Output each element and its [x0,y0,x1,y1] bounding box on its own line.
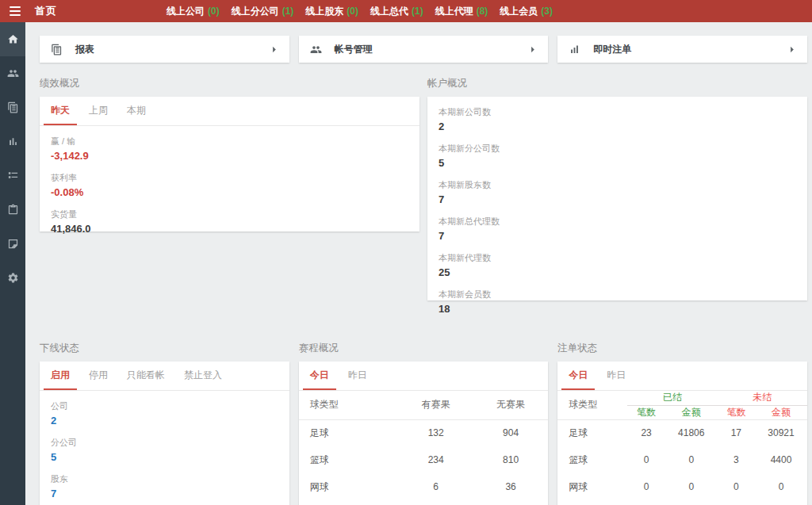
tab-view-only[interactable]: 只能看帐 [120,362,172,390]
shortcut-label: 即时注单 [593,43,631,56]
sidebar-item-forms[interactable] [0,159,25,193]
metric-new-members: 本期新会员数 18 [439,289,796,315]
schedule-overview-section: 赛程概况 今日 昨日 球类型 有赛果 无赛果 足球 132 [299,327,549,505]
overview-grid: 绩效概况 昨天 上周 本期 赢 / 输 -3,142.9 获利率 -0.08% [40,63,807,300]
performance-tabs: 昨天 上周 本期 [40,97,419,126]
sidebar-item-home[interactable] [0,22,25,56]
stat-online-company: 线上公司(0) [167,5,220,18]
table-row-tennis: 网球 0 0 0 0 [557,473,807,500]
section-title-accounts: 帐户概况 [427,77,807,90]
stat-online-shareholder: 线上股东(0) [305,5,358,18]
report-icon [51,44,63,55]
chevron-right-icon [270,45,278,54]
home-icon [7,33,19,45]
list-icon [7,170,19,182]
sidebar-item-accounts[interactable] [0,56,25,90]
section-title-performance: 绩效概况 [40,77,419,90]
schedule-overview-card: 今日 昨日 球类型 有赛果 无赛果 足球 132 904 [299,362,549,505]
sidebar-item-notes[interactable] [0,227,25,261]
schedule-tabs: 今日 昨日 [299,362,549,391]
tab-today[interactable]: 今日 [303,362,336,390]
tab-this-period[interactable]: 本期 [120,97,153,125]
chevron-right-icon [787,45,796,54]
table-row-basketball: 篮球 0 0 3 4400 [557,446,807,473]
downline-status-card: 启用 停用 只能看帐 禁止登入 公司 2 分公司 5 股东 [40,362,289,505]
tab-today[interactable]: 今日 [561,362,595,390]
metric-turnover: 实货量 41,846.0 [51,209,408,235]
accounts-icon [310,44,322,55]
gear-icon [7,272,19,284]
chevron-right-icon [528,45,537,54]
online-stats: 线上公司(0) 线上分公司(1) 线上股东(0) 线上总代(1) 线上代理(8)… [167,0,553,22]
page-title: 首页 [35,4,57,18]
downline-metrics: 公司 2 分公司 5 股东 7 总代理 7 [40,391,289,505]
shortcut-label: 帐号管理 [335,43,373,56]
tab-disabled[interactable]: 停用 [82,362,115,390]
metric-new-shareholders: 本期新股东数 7 [439,179,796,205]
tab-yesterday[interactable]: 昨日 [599,362,633,390]
tab-yesterday[interactable]: 昨天 [44,97,77,125]
shortcut-card-reports[interactable]: 报表 [40,36,289,63]
metric-new-branches: 本期新分公司数 5 [439,143,796,169]
menu-icon[interactable] [7,5,23,17]
section-title-tickets: 注单状态 [557,342,807,355]
table-row-soccer: 足球 132 904 [299,419,549,446]
app-header: 首页 线上公司(0) 线上分公司(1) 线上股东(0) 线上总代(1) 线上代理… [0,0,812,22]
sidebar-item-tasks[interactable] [0,193,25,227]
metric-companies: 公司 2 [51,400,278,427]
shortcut-card-account-management[interactable]: 帐号管理 [299,36,549,63]
status-grid: 下线状态 启用 停用 只能看帐 禁止登入 公司 2 分公司 5 [40,327,807,505]
ticket-tabs: 今日 昨日 [557,362,807,391]
table-row-soccer: 足球 23 41806 17 30921 [557,419,807,446]
stat-online-agent: 线上代理(8) [435,5,488,18]
tab-last-week[interactable]: 上周 [82,97,115,125]
section-title-downline: 下线状态 [40,342,289,355]
note-edit-icon [7,238,19,250]
ticket-status-section: 注单状态 今日 昨日 球类型 已结 未结 笔数 金额 笔数 [557,327,807,505]
metric-win-lose: 赢 / 输 -3,142.9 [51,136,408,162]
account-overview-card: 本期新公司数 2 本期新分公司数 5 本期新股东数 7 本期新总代理数 7 本期… [427,97,807,300]
performance-card: 昨天 上周 本期 赢 / 输 -3,142.9 获利率 -0.08% 实货量 [40,97,419,231]
performance-metrics: 赢 / 输 -3,142.9 获利率 -0.08% 实货量 41,846.0 [40,126,419,235]
bar-chart-icon [7,136,19,147]
stat-online-master-agent: 线上总代(1) [370,5,423,18]
metric-new-companies: 本期新公司数 2 [439,106,796,132]
downline-tabs: 启用 停用 只能看帐 禁止登入 [40,362,289,391]
tab-yesterday[interactable]: 昨日 [341,362,374,390]
document-icon [7,101,19,113]
schedule-table-header: 球类型 有赛果 无赛果 [299,391,549,419]
people-icon [7,67,19,79]
tab-login-banned[interactable]: 禁止登入 [177,362,229,390]
metric-branches: 分公司 5 [51,437,278,463]
downline-status-section: 下线状态 启用 停用 只能看帐 禁止登入 公司 2 分公司 5 [40,327,289,505]
stat-online-branch: 线上分公司(1) [232,5,294,18]
sidebar-item-statistics[interactable] [0,124,25,159]
sidebar-item-settings[interactable] [0,261,25,295]
metric-shareholders: 股东 7 [51,473,278,499]
sidebar-item-reports[interactable] [0,90,25,124]
schedule-table: 球类型 有赛果 无赛果 足球 132 904 篮球 234 810 [299,391,549,500]
shortcut-card-live-bets[interactable]: 即时注单 [557,36,807,63]
shortcut-label: 报表 [75,43,94,56]
metric-new-agents: 本期新代理数 25 [439,252,796,278]
performance-section: 绩效概况 昨天 上周 本期 赢 / 输 -3,142.9 获利率 -0.08% [40,63,419,231]
section-title-schedule: 赛程概况 [299,342,549,355]
sidebar [0,22,25,505]
tab-enabled[interactable]: 启用 [44,362,77,390]
table-row-basketball: 篮球 234 810 [299,446,549,473]
metric-profit-rate: 获利率 -0.08% [51,172,408,198]
shortcut-row: 报表 帐号管理 即时注单 [40,36,807,63]
account-overview-section: 帐户概况 本期新公司数 2 本期新分公司数 5 本期新股东数 7 本期新总代理数… [427,63,807,300]
main-content: 报表 帐号管理 即时注单 绩效概况 昨天 上周 本期 [25,22,812,505]
metric-new-master-agents: 本期新总代理数 7 [439,216,796,242]
stat-online-member: 线上会员(3) [500,5,553,18]
ticket-table-group-header: 球类型 已结 未结 [557,391,807,405]
ticket-table: 球类型 已结 未结 笔数 金额 笔数 金额 足球 23 41806 17 [557,391,807,500]
table-row-tennis: 网球 6 36 [299,473,549,500]
ticket-status-card: 今日 昨日 球类型 已结 未结 笔数 金额 笔数 金额 [557,362,807,505]
live-bets-icon [569,44,580,55]
clipboard-icon [7,204,19,216]
